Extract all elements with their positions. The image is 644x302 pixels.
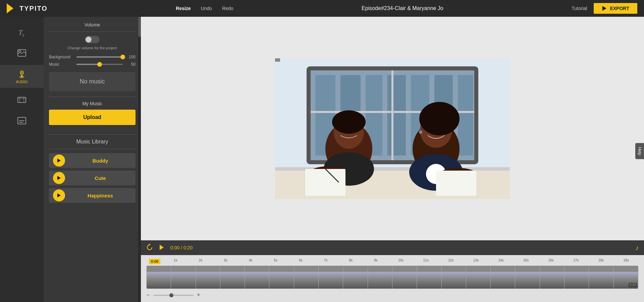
thumb-frame-14 [466, 266, 491, 289]
music-play-cute[interactable] [53, 172, 65, 184]
thumb-frame-2 [171, 266, 196, 289]
music-play-happiness[interactable] [53, 189, 65, 201]
sidebar-item-audio[interactable]: AUDIO [0, 65, 44, 88]
scenes-icon [17, 95, 26, 105]
project-title: Episode#234-Clair & Maryanne Jo [362, 5, 443, 11]
music-item-cute[interactable]: Cute [49, 171, 136, 185]
volume-section-title: Volume [49, 22, 136, 27]
svg-point-40 [419, 102, 460, 135]
music-item-happiness[interactable]: Happiness [49, 188, 136, 203]
logo-text: TYPITO [19, 5, 48, 12]
timeline-thumbnails [147, 266, 638, 289]
divider-4 [49, 149, 136, 149]
nav-redo[interactable]: Redo [222, 6, 233, 11]
play-icon-buddy [57, 158, 61, 163]
video-controls-bar: 0:00 / 0:20 ♪ [141, 240, 644, 255]
music-slider-track[interactable] [76, 64, 123, 65]
restart-icon [146, 244, 153, 251]
marker-13s: 13s [464, 258, 489, 262]
background-slider-fill [76, 56, 123, 58]
timeline-controls: − + [146, 292, 639, 299]
upload-button[interactable]: Upload [49, 110, 136, 125]
video-content [275, 58, 510, 199]
media-icon [17, 48, 26, 58]
thumb-frame-13 [442, 266, 466, 289]
thumb-frame-16 [515, 266, 540, 289]
thumb-frame-5 [245, 266, 269, 289]
svg-rect-45 [436, 171, 476, 196]
zoom-slider[interactable] [153, 295, 194, 296]
nav-resize[interactable]: Resize [176, 6, 191, 11]
nav-undo[interactable]: Undo [201, 6, 212, 11]
music-play-buddy[interactable] [53, 155, 65, 167]
zoom-in-button[interactable]: + [197, 292, 201, 299]
audio-icon [17, 69, 26, 78]
svg-marker-0 [7, 3, 13, 13]
restart-button[interactable] [146, 244, 153, 252]
video-area: 0:00 / 0:20 ♪ 0:00 1s 2s 3s 4s 5s 6s 7s … [141, 17, 644, 302]
sidebar-item-media[interactable] [0, 44, 44, 62]
zoom-out-button[interactable]: − [146, 292, 150, 299]
background-slider-track[interactable] [76, 56, 123, 58]
music-item-buddy[interactable]: Buddy [49, 153, 136, 168]
help-button[interactable]: Help [635, 143, 644, 159]
svg-rect-46 [275, 58, 280, 62]
volume-description: Change volume for the project [49, 46, 136, 50]
background-slider-thumb[interactable] [120, 55, 125, 59]
music-name-cute: Cute [69, 175, 131, 181]
background-value: 100 [126, 55, 136, 59]
background-slider-row: Background 100 [49, 55, 136, 59]
music-name-happiness: Happiness [69, 193, 131, 198]
music-slider-thumb[interactable] [97, 62, 102, 67]
svg-point-41 [419, 130, 422, 134]
zoom-slider-thumb[interactable] [169, 293, 173, 297]
export-button[interactable]: EXPORT [594, 3, 637, 14]
play-button[interactable] [158, 244, 165, 252]
main-content: T y AUDIO [0, 17, 644, 302]
marker-16s: 16s [538, 258, 564, 262]
play-icon-happiness [57, 193, 61, 198]
marker-15s: 15s [514, 258, 539, 262]
background-label: Background [49, 55, 73, 59]
thumb-frame-15 [491, 266, 515, 289]
upload-label: Upload [83, 114, 101, 120]
scroll-thumb[interactable] [138, 17, 141, 37]
marker-4s: 4s [238, 258, 263, 262]
text-icon: T y [17, 27, 26, 37]
sidebar-item-subtitles[interactable] [0, 112, 44, 129]
svg-rect-22 [387, 75, 406, 156]
sidebar-item-scenes[interactable] [0, 91, 44, 109]
music-note-icon: ♪ [635, 244, 639, 252]
svg-rect-25 [458, 75, 473, 156]
tutorial-link[interactable]: Tutorial [572, 6, 587, 11]
music-name-buddy: Buddy [69, 158, 131, 164]
thumb-frame-19 [589, 266, 613, 289]
timeline-ruler: 1s 2s 3s 4s 5s 6s 7s 8s 9s 10s 11s 12s 1… [163, 258, 639, 262]
svg-text:y: y [22, 33, 24, 37]
timeline-current-time: 0:00 [149, 259, 160, 264]
volume-toggle[interactable] [85, 36, 100, 43]
video-frame [275, 58, 510, 199]
thumb-frame-6 [269, 266, 294, 289]
svg-point-6 [21, 75, 23, 77]
thumb-frame-1 [147, 266, 171, 289]
export-label: EXPORT [610, 6, 629, 11]
time-display: 0:00 / 0:20 [170, 245, 193, 250]
thumb-frame-17 [540, 266, 565, 289]
no-music-display: No music [49, 72, 136, 91]
marker-6s: 6s [288, 258, 313, 262]
marker-5s: 5s [263, 258, 288, 262]
svg-marker-1 [602, 6, 606, 11]
marker-18s: 18s [589, 258, 614, 262]
thumb-frame-18 [565, 266, 589, 289]
timeline-area: 0:00 1s 2s 3s 4s 5s 6s 7s 8s 9s 10s 11s … [141, 255, 644, 302]
svg-marker-15 [57, 176, 61, 180]
marker-7s: 7s [313, 258, 338, 262]
play-icon-cute [57, 176, 61, 180]
thumb-frame-3 [196, 266, 220, 289]
subtitles-icon [17, 116, 26, 125]
music-library-label: Music Library [49, 139, 136, 145]
sidebar-item-text[interactable]: T y [0, 23, 44, 41]
volume-toggle-row [49, 36, 136, 43]
timeline-track[interactable]: 0:20 [146, 265, 639, 289]
